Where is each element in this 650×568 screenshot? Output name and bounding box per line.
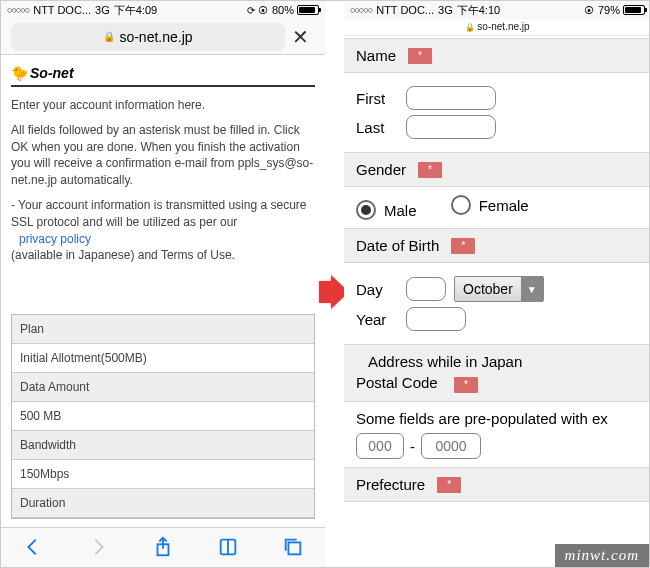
required-badge: * <box>437 477 461 493</box>
lock-icon: 🔒 <box>465 23 475 32</box>
required-badge: * <box>418 162 442 178</box>
postal-note: Some fields are pre-populated with ex <box>356 410 639 427</box>
tabs-button[interactable] <box>282 536 304 562</box>
page-content-left: 🐤 So-net Enter your account information … <box>1 55 325 519</box>
status-icons: ⟳ ⦿ <box>247 5 268 16</box>
status-bar-left: ○○○○○ NTT DOC... 3G 下午4:09 ⟳ ⦿ 80% <box>1 1 325 19</box>
dob-section-header: Date of Birth * <box>344 228 650 263</box>
privacy-policy-link[interactable]: privacy policy <box>19 232 91 246</box>
url-domain: so-net.ne.jp <box>119 29 192 45</box>
plan-value: Initial Allotment(500MB) <box>12 344 314 373</box>
first-name-label: First <box>356 90 406 107</box>
close-icon[interactable]: ✕ <box>285 25 315 49</box>
right-phone: ○○○○○ NTT DOC... 3G 下午4:10 ⦿ 79% 🔒so-net… <box>344 1 650 568</box>
mini-url-bar[interactable]: 🔒so-net.ne.jp <box>344 19 650 36</box>
name-label: Name <box>356 47 396 64</box>
page-content-right: Name * First Last Gender * Male Fe <box>344 36 650 502</box>
back-button[interactable] <box>22 536 44 562</box>
last-name-label: Last <box>356 119 406 136</box>
logo-icon: 🐤 <box>11 65 28 81</box>
plan-table: Plan Initial Allotment(500MB) Data Amoun… <box>11 314 315 519</box>
forward-button[interactable] <box>87 536 109 562</box>
prefecture-label: Prefecture <box>356 476 425 493</box>
network-label: 3G <box>438 4 453 16</box>
safari-toolbar <box>1 527 325 568</box>
required-badge: * <box>408 48 432 64</box>
url-field[interactable]: 🔒 so-net.ne.jp <box>11 23 285 51</box>
postal-input-1[interactable] <box>356 433 404 459</box>
battery-icon <box>297 5 319 15</box>
left-phone: ○○○○○ NTT DOC... 3G 下午4:09 ⟳ ⦿ 80% 🔒 so-… <box>1 1 325 568</box>
intro-line-2: All fields followed by an asterisk must … <box>11 122 315 189</box>
status-icons: ⦿ <box>584 5 594 16</box>
gender-female-radio[interactable]: Female <box>451 195 529 215</box>
bandwidth-header: Bandwidth <box>12 431 314 460</box>
gender-male-radio[interactable]: Male <box>356 200 417 220</box>
required-badge: * <box>451 238 475 254</box>
month-select[interactable]: October ▼ <box>454 276 544 302</box>
gender-section-header: Gender * <box>344 152 650 187</box>
carrier-label: NTT DOC... <box>376 4 434 16</box>
carrier-label: NTT DOC... <box>33 4 91 16</box>
status-bar-right: ○○○○○ NTT DOC... 3G 下午4:10 ⦿ 79% <box>344 1 650 19</box>
year-label: Year <box>356 311 406 328</box>
signal-dots: ○○○○○ <box>350 5 372 15</box>
chevron-down-icon: ▼ <box>521 276 543 302</box>
dob-label: Date of Birth <box>356 237 439 254</box>
data-amount-header: Data Amount <box>12 373 314 402</box>
bookmarks-button[interactable] <box>217 536 239 562</box>
bandwidth-value: 150Mbps <box>12 460 314 489</box>
prefecture-section-header: Prefecture * <box>344 467 650 502</box>
day-input[interactable] <box>406 277 446 301</box>
postal-dash: - <box>410 438 415 455</box>
battery-icon <box>623 5 645 15</box>
name-section-header: Name * <box>344 38 650 73</box>
gender-label: Gender <box>356 161 406 178</box>
data-amount-value: 500 MB <box>12 402 314 431</box>
year-input[interactable] <box>406 307 466 331</box>
url-domain: so-net.ne.jp <box>477 21 529 32</box>
watermark: minwt.com <box>555 544 649 567</box>
svg-rect-4 <box>288 542 300 554</box>
network-label: 3G <box>95 4 110 16</box>
battery-percent: 80% <box>272 4 294 16</box>
required-badge: * <box>454 377 478 393</box>
share-button[interactable] <box>152 536 174 562</box>
address-section-header: Address while in Japan Postal Code * <box>344 344 650 402</box>
signal-dots: ○○○○○ <box>7 5 29 15</box>
plan-header: Plan <box>12 315 314 344</box>
duration-header: Duration <box>12 489 314 518</box>
safari-url-bar: 🔒 so-net.ne.jp ✕ <box>1 19 325 55</box>
clock: 下午4:09 <box>114 3 157 18</box>
postal-code-label: Postal Code <box>356 374 438 391</box>
logo-text: So-net <box>30 65 74 81</box>
female-label: Female <box>479 197 529 214</box>
last-name-input[interactable] <box>406 115 496 139</box>
clock: 下午4:10 <box>457 3 500 18</box>
intro-text: Enter your account information here. All… <box>11 97 315 264</box>
first-name-input[interactable] <box>406 86 496 110</box>
logo: 🐤 So-net <box>11 65 315 87</box>
day-label: Day <box>356 281 406 298</box>
male-label: Male <box>384 202 417 219</box>
month-selected: October <box>463 281 513 297</box>
battery-percent: 79% <box>598 4 620 16</box>
address-label: Address while in Japan <box>368 353 639 370</box>
intro-line-3: - Your account information is transmitte… <box>11 197 315 264</box>
postal-input-2[interactable] <box>421 433 481 459</box>
lock-icon: 🔒 <box>103 31 115 42</box>
intro-line-1: Enter your account information here. <box>11 97 315 114</box>
